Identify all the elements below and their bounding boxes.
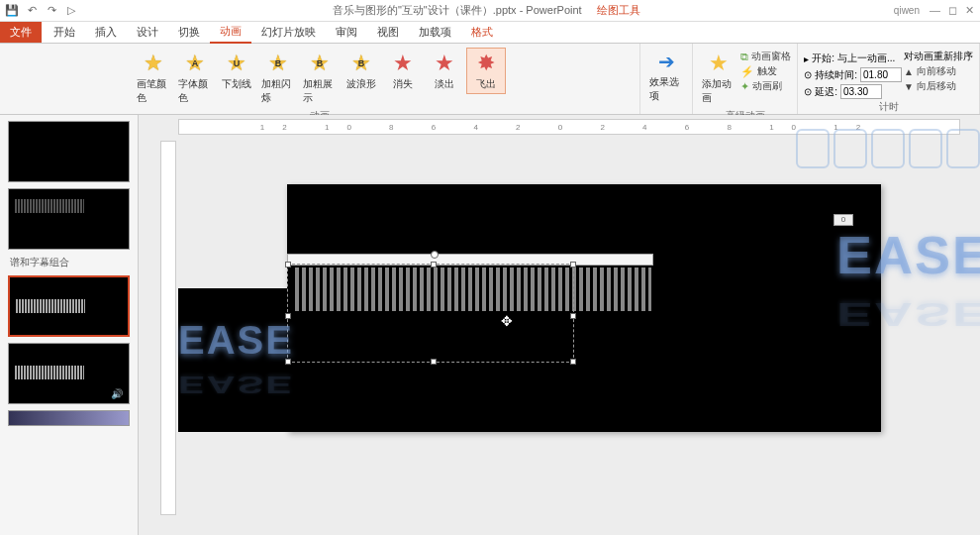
delay-icon: ⊙ xyxy=(804,86,812,97)
workspace: 谱和字幕组合 🔊 12 10 8 6 4 2 0 2 4 6 8 10 12 0… xyxy=(0,115,980,535)
brush-icon: ✦ xyxy=(740,80,749,93)
animation-5[interactable]: ★B波浪形 xyxy=(342,48,381,94)
play-icon: ▸ xyxy=(804,54,809,64)
window-title: 音乐与图形的"互动"设计（课件）.pptx - PowerPoint 绘图工具 xyxy=(79,3,894,18)
start-label: 开始: xyxy=(812,52,834,65)
anim-label: 加粗闪烁 xyxy=(261,77,295,105)
thumbnail-1[interactable] xyxy=(8,121,130,182)
slide-thumbnails[interactable]: 谱和字幕组合 🔊 xyxy=(0,115,139,535)
ribbon-tabs: 文件 开始 插入 设计 切换 动画 幻灯片放映 审阅 视图 加载项 格式 xyxy=(0,22,980,44)
group-advanced: ★ 添加动画 ⧉动画窗格 ⚡触发 ✦动画刷 高级动画 xyxy=(693,44,798,114)
group-effect-options: ➔ 效果选项 xyxy=(640,44,693,114)
tab-file[interactable]: 文件 xyxy=(0,22,42,43)
arrow-right-icon: ➔ xyxy=(653,49,679,74)
delay-input[interactable] xyxy=(840,84,882,99)
thumbnail-4[interactable]: 🔊 xyxy=(8,343,130,404)
undo-icon[interactable]: ↶ xyxy=(24,3,40,19)
move-later-button[interactable]: ▼向后移动 xyxy=(904,79,973,93)
tab-format[interactable]: 格式 xyxy=(461,22,503,43)
lightning-icon: ⚡ xyxy=(740,65,754,78)
animation-1[interactable]: ★A字体颜色 xyxy=(175,48,215,108)
resize-handle-sw[interactable] xyxy=(285,359,291,365)
maximize-icon[interactable]: ◻ xyxy=(948,4,957,17)
clock-icon: ⊙ xyxy=(804,69,812,80)
start-value[interactable]: 与上一动画... xyxy=(837,52,895,65)
resize-handle-w[interactable] xyxy=(285,313,291,319)
save-icon[interactable]: 💾 xyxy=(4,3,20,19)
tab-insert[interactable]: 插入 xyxy=(85,22,127,43)
tab-slideshow[interactable]: 幻灯片放映 xyxy=(251,22,326,43)
resize-handle-e[interactable] xyxy=(570,313,576,319)
rotate-handle[interactable] xyxy=(431,251,439,259)
resize-handle-nw[interactable] xyxy=(285,262,291,268)
animation-6[interactable]: ★消失 xyxy=(383,48,423,94)
delay-label: 延迟: xyxy=(815,85,837,99)
star-icon: ★ xyxy=(141,51,166,76)
star-icon: ★B xyxy=(348,51,374,76)
tab-review[interactable]: 审阅 xyxy=(326,22,367,43)
star-icon: ★A xyxy=(182,51,208,76)
tab-animations[interactable]: 动画 xyxy=(210,21,251,44)
anim-label: 飞出 xyxy=(476,77,496,91)
star-icon: ★ xyxy=(432,51,457,76)
group-timing: ▸开始:与上一动画... ⊙持续时间: ⊙延迟: 对动画重新排序 ▲向前移动 ▼… xyxy=(798,44,980,114)
close-icon[interactable]: ✕ xyxy=(965,4,974,17)
title-bar: 💾 ↶ ↷ ▷ 音乐与图形的"互动"设计（课件）.pptx - PowerPoi… xyxy=(0,0,980,22)
effect-options-button[interactable]: ➔ 效果选项 xyxy=(646,46,686,106)
tab-addins[interactable]: 加载项 xyxy=(409,22,461,43)
resize-handle-ne[interactable] xyxy=(570,262,576,268)
slide-canvas[interactable]: 12 10 8 6 4 2 0 2 4 6 8 10 12 0 ✥ EASE E… xyxy=(139,115,980,535)
minimize-icon[interactable]: — xyxy=(930,4,940,17)
down-icon: ▼ xyxy=(904,81,914,92)
selection-box[interactable] xyxy=(287,264,574,363)
resize-handle-se[interactable] xyxy=(570,359,576,365)
animation-marker[interactable]: 0 xyxy=(833,214,853,226)
group-label-timing: 计时 xyxy=(879,99,899,115)
anim-label: 消失 xyxy=(393,77,413,91)
add-animation-button[interactable]: ★ 添加动画 xyxy=(699,48,738,108)
start-slideshow-icon[interactable]: ▷ xyxy=(63,3,79,19)
tab-view[interactable]: 视图 xyxy=(367,22,409,43)
pane-icon: ⧉ xyxy=(740,51,748,63)
animation-pane-button[interactable]: ⧉动画窗格 xyxy=(740,50,791,63)
section-label: 谱和字幕组合 xyxy=(10,256,128,269)
speaker-icon: 🔊 xyxy=(111,388,123,399)
reorder-label: 对动画重新排序 xyxy=(904,50,973,63)
anim-label: 加粗展示 xyxy=(303,77,337,105)
resize-handle-n[interactable] xyxy=(431,262,437,268)
duration-label: 持续时间: xyxy=(815,68,857,82)
thumbnail-5[interactable] xyxy=(8,410,130,426)
star-icon: ★B xyxy=(307,51,333,76)
animation-0[interactable]: ★画笔颜色 xyxy=(134,48,173,108)
duration-input[interactable] xyxy=(860,67,902,82)
anim-label: 下划线 xyxy=(222,77,251,91)
thumbnail-2[interactable] xyxy=(8,188,130,250)
animation-7[interactable]: ★淡出 xyxy=(425,48,464,94)
animation-3[interactable]: ★B加粗闪烁 xyxy=(258,48,298,108)
star-icon: ★U xyxy=(224,51,249,76)
trigger-button[interactable]: ⚡触发 xyxy=(740,64,791,78)
group-animations: ★画笔颜色★A字体颜色★U下划线★B加粗闪烁★B加粗展示★B波浪形★消失★淡出✸… xyxy=(0,44,640,114)
ribbon: ★画笔颜色★A字体颜色★U下划线★B加粗闪烁★B加粗展示★B波浪形★消失★淡出✸… xyxy=(0,44,980,115)
thumbnail-3[interactable] xyxy=(8,275,130,337)
move-earlier-button[interactable]: ▲向前移动 xyxy=(904,64,973,78)
animation-painter-button[interactable]: ✦动画刷 xyxy=(740,79,791,93)
user-label: qiwen xyxy=(894,5,924,16)
resize-handle-s[interactable] xyxy=(431,359,437,365)
star-icon: ★ xyxy=(390,51,416,76)
tab-transitions[interactable]: 切换 xyxy=(168,22,210,43)
redo-icon[interactable]: ↷ xyxy=(44,3,59,19)
up-icon: ▲ xyxy=(904,66,914,77)
animation-8[interactable]: ✸飞出 xyxy=(466,48,506,94)
add-star-icon: ★ xyxy=(706,51,732,76)
filename-label: 音乐与图形的"互动"设计（课件）.pptx - PowerPoint xyxy=(333,4,582,16)
window-controls: — ◻ ✕ xyxy=(924,4,980,17)
tab-design[interactable]: 设计 xyxy=(127,22,168,43)
tab-home[interactable]: 开始 xyxy=(44,22,85,43)
anim-label: 淡出 xyxy=(435,77,454,91)
quick-access-toolbar: 💾 ↶ ↷ ▷ xyxy=(0,3,79,19)
star-icon: ★B xyxy=(265,51,291,76)
vertical-ruler xyxy=(160,141,176,515)
animation-2[interactable]: ★U下划线 xyxy=(217,48,256,94)
animation-4[interactable]: ★B加粗展示 xyxy=(300,48,340,108)
